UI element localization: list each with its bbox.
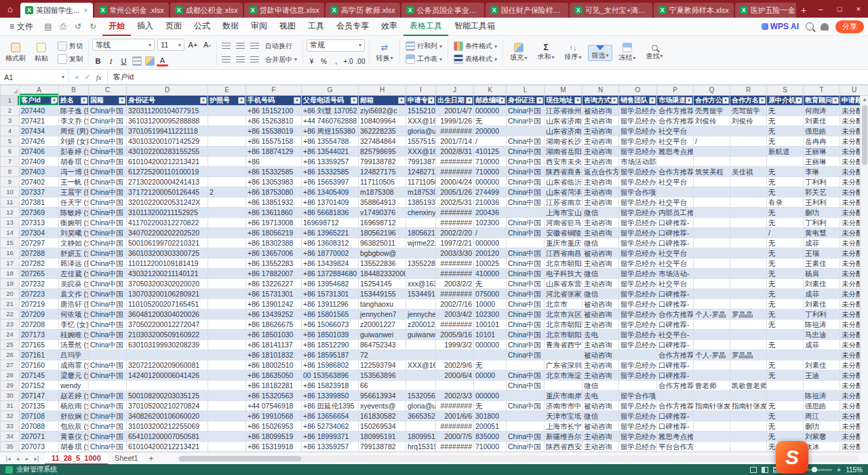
cell[interactable] (804, 381, 840, 391)
cell[interactable]: 梁馨元 (女 (59, 370, 89, 381)
cell[interactable]: 无 (767, 259, 804, 269)
cell[interactable]: +86 13359257 (302, 442, 359, 452)
cell[interactable]: 320311200104077915 (127, 106, 208, 116)
cell[interactable]: ######## (436, 320, 474, 330)
cell[interactable]: 207313 (20, 218, 59, 228)
cell[interactable]: ziyi5692@c (359, 106, 406, 116)
cell[interactable]: 被动咨询 (583, 401, 619, 411)
cell[interactable]: 无 (767, 340, 804, 350)
cell[interactable]: +86 52734062 (302, 421, 359, 432)
cell[interactable]: 留学总经办 (619, 136, 657, 147)
cell[interactable] (89, 350, 127, 360)
cell[interactable]: China中国 (89, 238, 127, 248)
cell[interactable]: 610104200212213421 (127, 157, 208, 167)
cell[interactable]: 微信 (583, 269, 619, 279)
align-left-icon[interactable] (220, 41, 232, 52)
cell[interactable]: 411702200312270822 (127, 218, 208, 228)
cell[interactable]: 2002/9/6 (436, 360, 474, 370)
cell[interactable]: +86 13657006 (246, 248, 302, 259)
cell[interactable]: 被动咨询 (583, 106, 619, 116)
cell[interactable]: 岳冉冉 (804, 136, 840, 147)
cell[interactable]: xyevents@ (359, 401, 406, 411)
cell[interactable]: China中国 (89, 432, 127, 442)
cell[interactable]: 72 (359, 350, 406, 360)
cell[interactable]: 00 153563896 (302, 370, 359, 381)
cell[interactable] (657, 391, 694, 401)
cell[interactable]: 200000 (474, 126, 507, 136)
cell[interactable]: China中国 (89, 218, 127, 228)
cell[interactable]: 湖南省长沙 (545, 136, 583, 147)
cell[interactable]: 207223 (20, 289, 59, 299)
cell[interactable]: 主动咨询 (583, 197, 619, 208)
row-header-21[interactable]: 21 (1, 299, 20, 309)
cell[interactable]: China中国 (507, 259, 545, 269)
cell[interactable]: 强思皓 (804, 126, 840, 136)
column-header-T[interactable]: T (804, 86, 840, 96)
menu-tab-会员专享[interactable]: 会员专享 (330, 18, 375, 36)
cell[interactable]: +86 (246, 157, 302, 167)
cell[interactable]: 100101 (474, 320, 507, 330)
cell[interactable] (507, 411, 545, 421)
filter-dropdown-icon[interactable]: ▾ (238, 97, 245, 104)
name-box[interactable]: A1▾ (0, 70, 69, 85)
cell[interactable]: 成雨霏 (女 (59, 360, 89, 370)
cell[interactable]: wendy (59, 381, 89, 391)
menu-tab-效率[interactable]: 效率 (375, 18, 403, 36)
cell[interactable]: 被动咨询 (583, 248, 619, 259)
column-header-L[interactable]: L (507, 86, 545, 96)
cell[interactable]: XXX@163.( (406, 116, 436, 126)
cell[interactable]: 207288 (20, 248, 59, 259)
valign-bottom-icon[interactable] (249, 54, 260, 65)
number-format-select[interactable]: 常规▾ (307, 39, 365, 52)
menu-tab-智能工具箱[interactable]: 智能工具箱 (448, 18, 501, 36)
cell[interactable]: 169698712 (359, 218, 406, 228)
filter-header-cell[interactable]: 父母电话号码▾ (302, 96, 359, 106)
cell[interactable]: 留学总经办 (619, 309, 657, 320)
cell[interactable] (730, 432, 767, 442)
cell[interactable]: China中国 (507, 218, 545, 228)
cell[interactable]: 630103199930208239 (127, 340, 208, 350)
cell[interactable]: 271302200004241413 (127, 177, 208, 187)
cell[interactable]: 去电 (583, 330, 619, 340)
file-tab[interactable]: X医护五险一金.xlsx (735, 3, 796, 18)
cell[interactable]: 无 (767, 279, 804, 289)
cell[interactable]: 612725200110100019 (127, 167, 208, 177)
cell[interactable] (208, 370, 246, 381)
cell[interactable]: 2002/8/31 (436, 147, 474, 157)
cell[interactable]: 马忠迪 (804, 330, 840, 340)
cell[interactable]: 留学总经办 (619, 147, 657, 157)
cell[interactable]: 北京市 (545, 299, 583, 309)
cell[interactable]: 杨欣雨 (女 (59, 401, 89, 411)
cell[interactable]: 511302200209200823 (127, 452, 208, 453)
cell[interactable]: 无 (767, 370, 804, 381)
font-color-button[interactable]: A (157, 56, 168, 66)
filter-dropdown-icon[interactable]: ▾ (466, 97, 473, 104)
cell[interactable]: 左佳葳 (女 (59, 269, 89, 279)
cell[interactable]: China中国 (507, 370, 545, 381)
cell[interactable]: 新疆维吾尔 (545, 432, 583, 442)
cell[interactable]: China中国 (89, 248, 127, 259)
cell[interactable]: 430102200283155255 (127, 147, 208, 157)
worksheet-button[interactable]: 工作表▾ (403, 54, 444, 64)
cell[interactable]: 刘紫馨 (804, 432, 840, 442)
cell[interactable]: 北京市朝阳 (545, 259, 583, 269)
row-header-13[interactable]: 13 (1, 218, 20, 228)
cell[interactable] (730, 238, 767, 248)
cell[interactable] (89, 381, 127, 391)
cell[interactable]: 956613934 (359, 391, 406, 401)
cell[interactable]: 无 (767, 421, 804, 432)
cell[interactable]: 207208 (20, 320, 59, 330)
cell[interactable]: 无 (767, 106, 804, 116)
cell[interactable]: 重庆市南岸 (545, 391, 583, 401)
cell[interactable]: 无 (767, 116, 804, 126)
filter-header-cell[interactable]: 客户id▾ (20, 96, 59, 106)
cell[interactable]: 王素佳 (804, 259, 840, 269)
cell[interactable] (730, 197, 767, 208)
cell[interactable]: 上海市长宁 (545, 421, 583, 432)
cell[interactable]: 赵若婷 (女 (59, 391, 89, 401)
filter-dropdown-icon[interactable]: ▾ (686, 97, 692, 104)
cell[interactable]: 799138782 (406, 157, 436, 167)
cell[interactable]: 留学合作项目- (619, 391, 657, 401)
cell[interactable] (730, 330, 767, 340)
cell[interactable]: XXX@163. (406, 147, 436, 157)
